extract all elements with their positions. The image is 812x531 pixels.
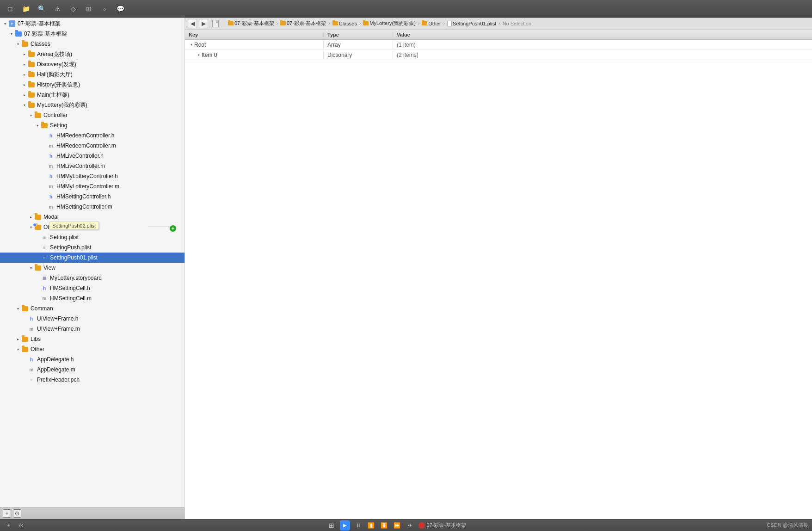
- sidebar-add-button[interactable]: +: [3, 509, 11, 518]
- nav-forward-button[interactable]: ▶: [199, 19, 208, 28]
- tree-item-classes[interactable]: Classes: [0, 39, 185, 49]
- tree-item-hm-live-h[interactable]: h HMLiveController.h: [0, 151, 185, 161]
- tree-item-comman[interactable]: Comman: [0, 303, 185, 314]
- tree-label-uiview-frame-m: UIView+Frame.m: [37, 326, 80, 332]
- file-tree: P 07-彩票-基本框架 07-彩票-基本框架 Classes: [0, 18, 185, 507]
- tree-item-other2[interactable]: Other: [0, 344, 185, 354]
- tree-item-hall[interactable]: Hall(购彩大厅): [0, 69, 185, 80]
- breadcrumb-item-classes[interactable]: Classes: [331, 20, 358, 27]
- tree-label-hm-setting-m: HMSettingController.m: [56, 204, 112, 210]
- status-circle-button[interactable]: ⊙: [17, 521, 26, 530]
- tree-item-hm-live-m[interactable]: m HMLiveController.m: [0, 161, 185, 171]
- tree-item-hm-setting-m[interactable]: m HMSettingController.m: [0, 202, 185, 212]
- tree-item-hm-settingcell-h[interactable]: h HMSettingCell.h: [0, 283, 185, 293]
- tree-item-hm-settingcell-m[interactable]: m HMSettingCell.m: [0, 293, 185, 303]
- tree-arrow-mylottery: [21, 102, 28, 108]
- tree-item-history[interactable]: History(开奖信息): [0, 80, 185, 90]
- tree-item-controller[interactable]: Controller: [0, 110, 185, 120]
- plist-row-item0[interactable]: ▸ Item 0 Dictionary (2 items): [185, 50, 812, 60]
- toolbar-btn-folder[interactable]: 📁: [19, 2, 32, 15]
- breadcrumb-file-icon: [447, 21, 452, 26]
- plist-arrow-root[interactable]: ▾: [191, 43, 192, 47]
- toolbar-btn-search[interactable]: 🔍: [35, 2, 48, 15]
- breadcrumb-item-other-bc[interactable]: Other: [420, 20, 443, 27]
- add-badge: +: [169, 225, 177, 232]
- toolbar-btn-diamond[interactable]: ◇: [67, 2, 80, 15]
- tree-label-modal: Modal: [43, 214, 59, 220]
- tree-item-hm-mylottery-h[interactable]: h HMMyLotteryController.h: [0, 171, 185, 181]
- file-hmlive-h-icon: h: [47, 152, 55, 160]
- plist-arrow-item0[interactable]: ▸: [198, 53, 200, 57]
- status-editor-btn[interactable]: ⊞: [327, 521, 336, 530]
- breadcrumb-label-noselection: No Selection: [503, 21, 531, 26]
- toolbar-btn-file[interactable]: ⊟: [4, 2, 17, 15]
- tree-item-mylottery-storyboard[interactable]: ▦ MyLottery.storyboard: [0, 273, 185, 283]
- sidebar-circle-button[interactable]: ⊙: [13, 509, 21, 518]
- tree-label-comman: Comman: [31, 305, 53, 312]
- folder-libs-icon: [21, 335, 29, 343]
- tree-label-prefixheader: PrefixHeader.pch: [37, 377, 80, 383]
- toolbar-btn-grid[interactable]: ⊞: [82, 2, 95, 15]
- file-appdelegate-m-icon: m: [28, 366, 35, 373]
- breadcrumb-label-project: 07-彩票-基本框架: [287, 20, 326, 27]
- file-uiview-m-icon: m: [28, 325, 35, 333]
- status-play-button[interactable]: ▶: [340, 520, 350, 531]
- tree-item-hm-redeem-m[interactable]: m HMRedeemController.m: [0, 141, 185, 151]
- tree-item-setting-folder[interactable]: Setting: [0, 120, 185, 130]
- tree-item-other[interactable]: Other SettingPush02.plist +: [0, 222, 185, 232]
- tree-item-uiview-frame-h[interactable]: h UIView+Frame.h: [0, 314, 185, 324]
- tree-item-hm-redeem-h[interactable]: h HMRedeemController.h: [0, 130, 185, 141]
- tree-item-project-folder[interactable]: 07-彩票-基本框架: [0, 29, 185, 39]
- breadcrumb: 07-彩票-基本框架 › 07-彩票-基本框架 › Classes › MyLo…: [223, 19, 809, 27]
- breadcrumb-item-file[interactable]: SettingPush01.plist: [446, 20, 498, 27]
- tree-arrow-project: [8, 31, 15, 37]
- file-hmlive-m-icon: m: [47, 162, 55, 170]
- file-hmsetting-h-icon: h: [47, 193, 55, 200]
- file-uiview-h-icon: h: [28, 315, 35, 322]
- status-add-button[interactable]: +: [4, 521, 13, 530]
- breadcrumb-item-project[interactable]: 07-彩票-基本框架: [279, 19, 328, 27]
- sidebar: P 07-彩票-基本框架 07-彩票-基本框架 Classes: [0, 18, 185, 519]
- tree-item-libs[interactable]: Libs: [0, 334, 185, 344]
- toolbar-btn-git[interactable]: ⬦: [98, 2, 111, 15]
- nav-back-button[interactable]: ◀: [188, 19, 197, 28]
- tree-label-view: View: [43, 265, 55, 271]
- folder-comman-icon: [21, 305, 29, 312]
- tree-item-arena[interactable]: Arena(竞技场): [0, 49, 185, 59]
- plist-row-root[interactable]: ▾ Root Array (1 item): [185, 40, 812, 50]
- breadcrumb-item-mylottery-bc[interactable]: MyLottery(我的彩票): [362, 19, 417, 27]
- tree-label-controller: Controller: [43, 112, 68, 118]
- breadcrumb-item-root[interactable]: 07-彩票-基本框架: [227, 19, 276, 27]
- tree-item-settingpush-plist[interactable]: ≡ SettingPush.plist: [0, 242, 185, 253]
- status-up-btn[interactable]: ⏫: [367, 521, 376, 530]
- status-down-btn[interactable]: ⏬: [380, 521, 389, 530]
- tree-item-appdelegate-m[interactable]: m AppDelegate.m: [0, 364, 185, 375]
- status-step-btn[interactable]: ⏩: [393, 521, 402, 530]
- breadcrumb-folder-other-icon: [422, 21, 427, 25]
- tree-item-main[interactable]: Main(主框架): [0, 90, 185, 100]
- tree-item-root[interactable]: P 07-彩票-基本框架: [0, 19, 185, 29]
- tree-arrow-arena: [21, 51, 28, 57]
- folder-classes-icon: [21, 40, 29, 48]
- plist-table-header: Key Type Value: [185, 30, 812, 40]
- tree-item-modal[interactable]: Modal: [0, 212, 185, 222]
- tree-arrow-hall: [21, 71, 28, 78]
- tree-arrow-view: [28, 265, 34, 271]
- tree-item-setting-plist[interactable]: ≡ Setting.plist: [0, 232, 185, 242]
- tree-item-uiview-frame-m[interactable]: m UIView+Frame.m: [0, 324, 185, 334]
- tree-item-discovery[interactable]: Discovery(发现): [0, 59, 185, 69]
- status-location-btn[interactable]: ✈: [406, 521, 415, 530]
- tree-item-hm-mylottery-m[interactable]: m HMMyLotteryController.m: [0, 181, 185, 191]
- tree-item-hm-setting-h[interactable]: h HMSettingController.h: [0, 191, 185, 202]
- tree-label-hm-mylottery-m: HMMyLotteryController.m: [56, 183, 119, 190]
- csdn-watermark: CSDN @清风清晨: [767, 522, 808, 529]
- tree-item-appdelegate-h[interactable]: h AppDelegate.h: [0, 354, 185, 364]
- tree-item-view[interactable]: View: [0, 263, 185, 273]
- toolbar-btn-chat[interactable]: 💬: [114, 2, 127, 15]
- status-pause-btn[interactable]: ⏸: [354, 521, 363, 530]
- file-storyboard-icon: ▦: [41, 274, 48, 282]
- toolbar-btn-warning[interactable]: ⚠: [51, 2, 64, 15]
- tree-item-mylottery[interactable]: MyLottery(我的彩票): [0, 100, 185, 110]
- tree-item-prefixheader[interactable]: ≡ PrefixHeader.pch: [0, 375, 185, 385]
- tree-item-settingpush01-plist[interactable]: ≡ SettingPush01.plist: [0, 253, 185, 263]
